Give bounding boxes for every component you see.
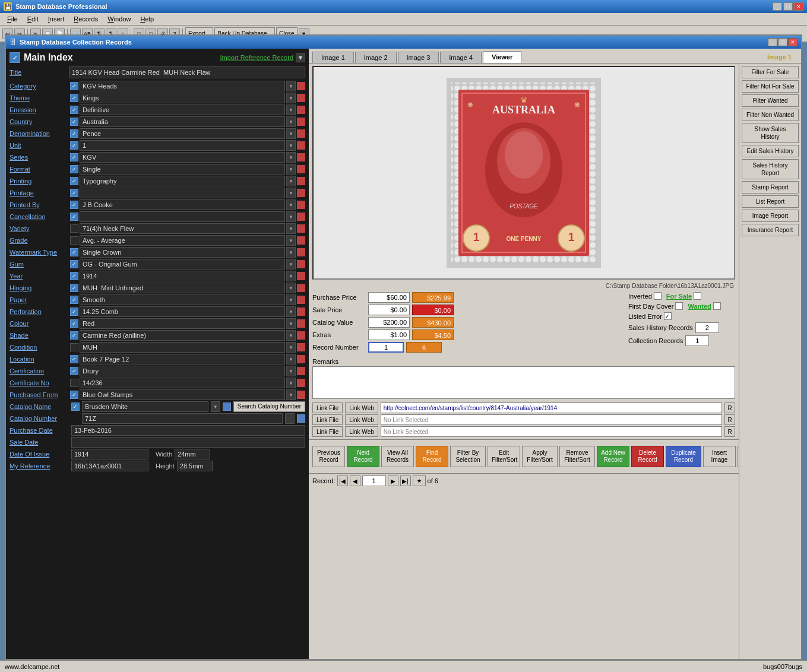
insert-image-btn[interactable]: Insert Image — [703, 446, 736, 467]
field-input-4[interactable] — [80, 128, 285, 139]
field-input-10[interactable] — [80, 199, 285, 210]
field-dropdown-5[interactable]: ▼ — [286, 140, 296, 151]
field-color-11[interactable] — [297, 213, 305, 221]
field-color-18[interactable] — [297, 296, 305, 304]
field-input-9[interactable] — [80, 188, 285, 198]
purchase-date-label[interactable]: Purchase Date — [10, 427, 69, 434]
field-check-14[interactable]: ✓ — [70, 248, 78, 256]
date-issue-label[interactable]: Date Of Issue — [10, 451, 69, 458]
field-label-1[interactable]: Theme — [10, 94, 69, 102]
rec-prev-btn[interactable]: ◀ — [350, 476, 360, 486]
field-check-19[interactable]: ✓ — [70, 308, 78, 316]
field-color-9[interactable] — [297, 189, 305, 197]
menu-edit[interactable]: Edit — [23, 14, 43, 24]
field-dropdown-25[interactable]: ▼ — [286, 378, 296, 388]
field-check-1[interactable]: ✓ — [70, 94, 78, 102]
field-color-16[interactable] — [297, 272, 305, 280]
show-sales-history-btn[interactable]: Show Sales History — [742, 123, 799, 143]
field-check-26[interactable]: ✓ — [70, 391, 78, 399]
menu-help[interactable]: Help — [135, 14, 159, 24]
collection-value[interactable] — [685, 335, 709, 346]
field-input-25[interactable] — [80, 378, 285, 388]
field-color-8[interactable] — [297, 177, 305, 185]
field-input-6[interactable] — [80, 152, 285, 163]
my-ref-input[interactable] — [71, 461, 148, 471]
field-input-11[interactable] — [80, 211, 285, 222]
insurance-report-btn[interactable]: Insurance Report — [742, 224, 799, 236]
field-color-17[interactable] — [297, 284, 305, 292]
menu-window[interactable]: Window — [103, 14, 135, 24]
field-label-15[interactable]: Gum — [10, 261, 69, 268]
field-check-4[interactable]: ✓ — [70, 129, 78, 138]
close-btn[interactable]: ✕ — [794, 2, 803, 11]
field-dropdown-15[interactable]: ▼ — [286, 259, 296, 270]
my-ref-label[interactable]: My Reference — [10, 462, 69, 470]
field-dropdown-18[interactable]: ▼ — [286, 294, 296, 305]
inverted-checkbox[interactable] — [654, 292, 662, 300]
list-report-btn[interactable]: List Report — [742, 195, 799, 208]
field-dropdown-16[interactable]: ▼ — [286, 271, 296, 281]
field-dropdown-26[interactable]: ▼ — [286, 389, 296, 400]
sale-date-label[interactable]: Sale Date — [10, 439, 69, 446]
field-input-3[interactable] — [80, 116, 285, 127]
catalog-number-input[interactable] — [82, 413, 283, 424]
catalog-name-dropdown[interactable]: ▼ — [211, 401, 220, 412]
field-label-13[interactable]: Grade — [10, 237, 69, 244]
field-dropdown-6[interactable]: ▼ — [286, 152, 296, 163]
field-input-14[interactable] — [80, 247, 285, 258]
import-ref-dropdown[interactable]: ▼ — [296, 53, 305, 62]
field-input-26[interactable] — [80, 389, 285, 400]
field-dropdown-20[interactable]: ▼ — [286, 318, 296, 329]
field-check-24[interactable]: ✓ — [70, 367, 78, 375]
catalog-name-input[interactable] — [82, 401, 208, 412]
field-label-19[interactable]: Perforation — [10, 308, 69, 315]
rec-next-btn[interactable]: ▶ — [388, 476, 398, 486]
field-label-12[interactable]: Variety — [10, 225, 69, 232]
field-check-10[interactable]: ✓ — [70, 201, 78, 209]
catalog-number-color2[interactable] — [297, 414, 305, 423]
record-number-input[interactable] — [368, 342, 404, 353]
field-label-6[interactable]: Series — [10, 154, 69, 161]
field-check-12[interactable] — [70, 224, 78, 233]
field-color-1[interactable] — [297, 94, 305, 102]
field-label-26[interactable]: Purchased From — [10, 391, 69, 398]
field-color-15[interactable] — [297, 260, 305, 268]
field-dropdown-24[interactable]: ▼ — [286, 366, 296, 376]
field-check-18[interactable]: ✓ — [70, 296, 78, 304]
rec-new-btn[interactable]: ★ — [413, 476, 426, 486]
field-label-21[interactable]: Shade — [10, 332, 69, 339]
field-color-26[interactable] — [297, 391, 305, 399]
field-input-21[interactable] — [80, 330, 285, 341]
field-label-11[interactable]: Cancellation — [10, 213, 69, 220]
sales-history-report-btn[interactable]: Sales History Report — [742, 159, 799, 179]
sale-price-input[interactable] — [368, 305, 410, 315]
field-check-5[interactable]: ✓ — [70, 141, 78, 150]
tab-image2[interactable]: Image 2 — [355, 52, 397, 63]
remove-filter-btn[interactable]: RemoveFilter/Sort — [559, 446, 595, 467]
field-dropdown-2[interactable]: ▼ — [286, 104, 296, 115]
remarks-textarea[interactable] — [312, 366, 735, 399]
field-label-23[interactable]: Location — [10, 356, 69, 363]
purchase-date-input[interactable] — [71, 425, 305, 436]
field-dropdown-11[interactable]: ▼ — [286, 211, 296, 222]
field-color-10[interactable] — [297, 201, 305, 209]
field-label-20[interactable]: Colour — [10, 320, 69, 327]
filter-for-sale-btn[interactable]: Filter For Sale — [742, 66, 799, 78]
stamp-report-btn[interactable]: Stamp Report — [742, 181, 799, 194]
catalog-number-dropdown[interactable] — [285, 413, 295, 424]
next-record-btn[interactable]: NextRecord — [347, 446, 379, 467]
menu-insert[interactable]: Insert — [43, 14, 69, 24]
wanted-checkbox[interactable] — [713, 302, 721, 310]
field-color-19[interactable] — [297, 308, 305, 316]
width-input[interactable] — [175, 449, 210, 459]
rec-first-btn[interactable]: |◀ — [337, 476, 348, 486]
field-check-2[interactable]: ✓ — [70, 106, 78, 114]
field-check-17[interactable]: ✓ — [70, 284, 78, 292]
filter-selection-btn[interactable]: Filter BySelection — [450, 446, 486, 467]
field-input-0[interactable] — [80, 81, 285, 91]
field-dropdown-12[interactable]: ▼ — [286, 223, 296, 234]
field-color-24[interactable] — [297, 367, 305, 375]
for-sale-checkbox[interactable] — [694, 292, 701, 300]
field-label-2[interactable]: Emission — [10, 106, 69, 113]
field-input-7[interactable] — [80, 164, 285, 175]
